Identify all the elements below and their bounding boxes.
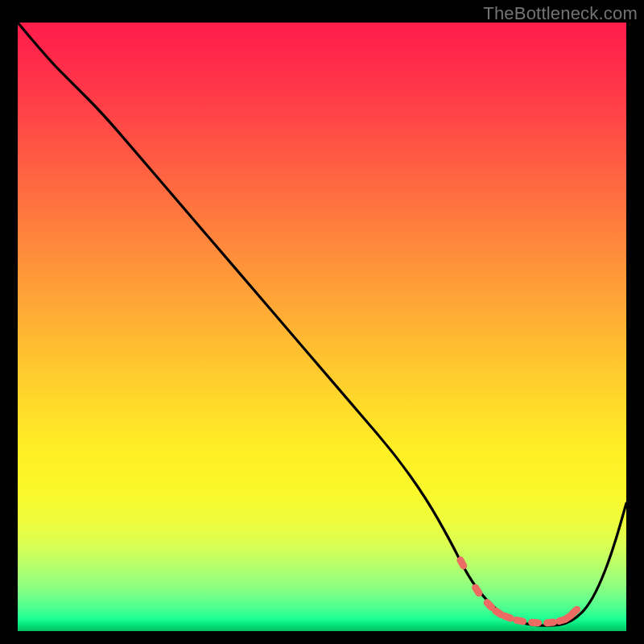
- chart-svg: [18, 23, 626, 631]
- optimal-marker: [512, 616, 526, 625]
- optimal-range-markers: [456, 555, 582, 627]
- watermark-text: TheBottleneck.com: [483, 3, 638, 24]
- bottleneck-curve: [18, 23, 626, 625]
- optimal-marker: [528, 618, 543, 626]
- plot-area: [18, 23, 626, 631]
- chart-frame: TheBottleneck.com: [0, 0, 644, 644]
